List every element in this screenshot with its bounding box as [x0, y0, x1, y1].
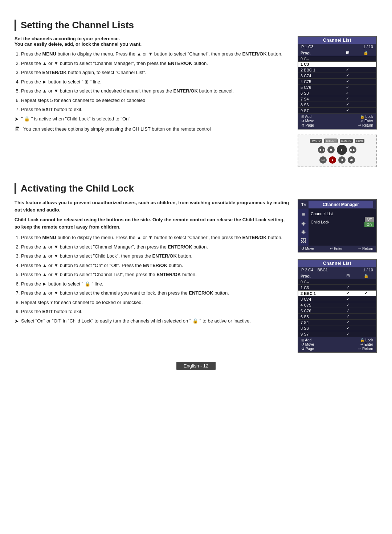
section-divider: [15, 174, 377, 174]
table-row: 5 C76✓: [298, 308, 376, 314]
remote-btn-prev: ⏮: [319, 156, 327, 164]
cl2-move-label: ↺ Move: [301, 342, 314, 346]
cm-tv-label: TV: [301, 202, 306, 207]
step1-7: Press the EXIT button to exit.: [21, 106, 290, 113]
step2-6: Press the ► button to select " 🔒 " line.: [21, 280, 290, 288]
cl2-footer-row3: ⚙ Page ↩ Return: [301, 347, 373, 351]
page-footer: English - 12: [15, 362, 377, 370]
child-lock-intro: This feature allows you to prevent unaut…: [15, 199, 290, 213]
remote-btn-chlist: CH LIST: [324, 139, 338, 143]
cm-on-off-group: Off On: [364, 217, 374, 227]
section1-steps: Press the MENU button to display the men…: [21, 50, 290, 113]
cl2-tbody: 0 C–1 C3✓2 BBC 1✓✓3 C74✓4 C75✓5 C76✓6 S3…: [298, 279, 376, 337]
section1-note: 🖹 You can select these options by simply…: [15, 126, 290, 133]
step2-3: Press the ▲ or ▼ button to select "Child…: [21, 252, 290, 260]
cm-body: ≡ ◉ ◉ 🖼 Channel List Child Lock Off On: [298, 209, 376, 246]
child-lock-warning: Child Lock cannot be released using the …: [15, 216, 290, 230]
cl1-tbody: 0 C–1 C32 BBC 1✓3 C74✓4 C75✓5 C76✓6 S3✓7…: [298, 56, 376, 114]
cm-child-lock-row: Child Lock Off On: [311, 217, 374, 227]
remote-btn-next: ⏭: [348, 156, 355, 164]
step1-5: Press the ▲ or ▼ button to select the un…: [21, 87, 290, 95]
table-row: 4 C75✓: [298, 302, 376, 308]
cl1-page-label: ⚙ Page: [301, 123, 314, 127]
section2-content: This feature allows you to prevent unaut…: [15, 199, 290, 353]
cl1-thead-row: Prog. ⊞ 🔒: [298, 50, 376, 56]
cl2-thead-row: Prog. ⊞ 🔒: [298, 273, 376, 279]
cm-content: Channel List Child Lock Off On: [309, 209, 376, 246]
table-row: 6 S3✓: [298, 90, 376, 96]
note-text: You can select these options by simply p…: [23, 126, 211, 133]
tv-panel-section2: TV Channel Manager ≡ ◉ ◉ 🖼 Channel List …: [298, 199, 377, 353]
cm-icon-list: ≡: [302, 211, 305, 217]
cl1-lock-label: 🔒 Lock: [360, 115, 373, 119]
cm-sidebar: ≡ ◉ ◉ 🖼: [298, 209, 309, 246]
remote-inner: TV/DTV CH LIST D.MENU HDMI ◄◄ ■ ► ▶▶ ⏮ ●…: [310, 139, 364, 164]
step1-6: Repeat steps 5 for each channel to be se…: [21, 97, 290, 104]
step2-8: Repeat steps 7 for each channel to be lo…: [21, 299, 290, 306]
section2-steps: Press the MENU button to display the men…: [21, 234, 290, 315]
cl1-footer: ⊞ Add 🔒 Lock ↺ Move ↵ Enter ⚙ Page ↩ Ret…: [298, 114, 376, 129]
table-row: 5 C76✓: [298, 85, 376, 90]
cm-off-badge: Off: [365, 217, 374, 222]
arrow-symbol: ➤: [15, 116, 19, 122]
table-row: 2 BBC 1✓✓: [298, 291, 376, 296]
intro-line1: Set the channels according to your prefe…: [15, 36, 120, 41]
cl2-table: Prog. ⊞ 🔒 0 C–1 C3✓2 BBC 1✓✓3 C74✓4 C75✓…: [298, 273, 376, 337]
table-row: 9 S7✓: [298, 108, 376, 114]
cl2-th-lock: 🔒: [356, 273, 376, 279]
cl1-header: Channel List: [298, 37, 376, 44]
remote-row1: TV/DTV CH LIST D.MENU HDMI: [310, 139, 364, 143]
table-row: 3 C74✓: [298, 296, 376, 302]
cl2-th-prog: Prog.: [298, 273, 340, 279]
footer-badge: English - 12: [176, 362, 216, 370]
table-row: 2 BBC 1✓: [298, 67, 376, 73]
arrow-note-text: " 🔒 " is active when "Child Lock" is sel…: [21, 116, 132, 122]
step1-2: Press the ▲ or ▼ button to select "Chann…: [21, 60, 290, 67]
cm-icon-circle2: ◉: [301, 229, 306, 235]
cl1-th-add: ⊞: [339, 50, 356, 56]
cl1-enter-label: ↵ Enter: [360, 119, 373, 123]
remote-btn-tvdtv: TV/DTV: [310, 139, 322, 143]
remote-btn-play: ►: [337, 145, 347, 155]
cl2-left: P 2 C4: [301, 268, 313, 272]
cl2-page-label: ⚙ Page: [301, 347, 314, 351]
step2-7: Press the ▲ or ▼ button to select the ch…: [21, 289, 290, 297]
cl1-footer-row2: ↺ Move ↵ Enter: [301, 119, 373, 123]
section1-content: Set the channels according to your prefe…: [15, 36, 290, 167]
table-row: 6 S3✓: [298, 314, 376, 320]
cm-icon-img: 🖼: [301, 238, 306, 243]
cm-on-badge: On: [364, 222, 374, 227]
cm-footer-move: ↺ Move: [301, 247, 314, 251]
cl1-page-info: 1 / 10: [363, 45, 373, 49]
cm-footer-enter: ↵ Enter: [330, 247, 343, 251]
remote-btn-stop: ■: [327, 146, 335, 153]
table-row: 1 C3✓: [298, 285, 376, 291]
cl1-add-label: ⊞ Add: [301, 115, 311, 119]
cl1-return-label: ↩ Return: [358, 123, 373, 127]
tv-panel-section1: Channel List P 1 C3 1 / 10 Prog. ⊞ 🔒 0 C…: [298, 36, 377, 167]
section2-arrow-note: ➤ Select "On" or "Off" in "Child Lock" t…: [15, 318, 290, 324]
cl1-th-prog: Prog.: [298, 50, 339, 56]
remote-control-area: TV/DTV CH LIST D.MENU HDMI ◄◄ ■ ► ▶▶ ⏮ ●…: [298, 135, 377, 167]
table-row: 8 S6✓: [298, 102, 376, 108]
cm-icon-circle1: ◉: [301, 220, 306, 226]
table-row: 7 S4✓: [298, 96, 376, 102]
cm-footer-return: ↩ Return: [358, 247, 373, 251]
cl2-channel: BBC1: [318, 268, 328, 272]
table-row: 9 S7✓: [298, 331, 376, 337]
remote-btn-dmenu: D.MENU: [340, 139, 353, 143]
step2-4: Press the ▲ or ▼ button to select "On" o…: [21, 262, 290, 269]
cl2-footer-row2: ↺ Move ↵ Enter: [301, 342, 373, 346]
cl2-header: Channel List: [298, 260, 376, 267]
table-row: 1 C3: [298, 62, 376, 67]
cl2-return-label: ↩ Return: [358, 347, 373, 351]
remote-btn-rec: ●: [329, 156, 336, 164]
step2-2: Press the ▲ or ▼ button to select "Chann…: [21, 243, 290, 251]
cl1-th-lock: 🔒: [356, 50, 376, 56]
step2-9: Press the EXIT button to exit.: [21, 308, 290, 315]
step2-1: Press the MENU button to display the men…: [21, 234, 290, 241]
remote-btn-rew: ◄◄: [318, 146, 325, 153]
channel-list-box-2: Channel List P 2 C4 BBC1 1 / 10 Prog. ⊞ …: [298, 259, 377, 353]
cl2-add-label: ⊞ Add: [301, 338, 311, 342]
table-row: 0 C–: [298, 279, 376, 285]
